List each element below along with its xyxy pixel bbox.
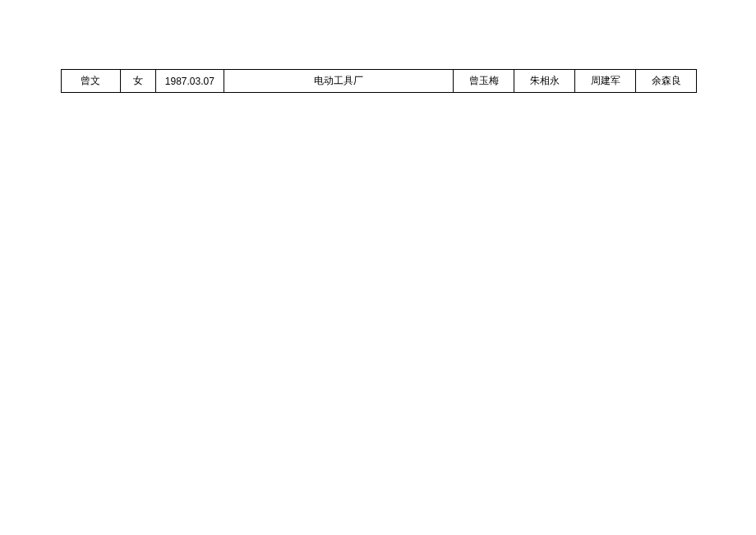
cell-person1: 曾玉梅 bbox=[454, 70, 514, 93]
cell-person4: 余森良 bbox=[636, 70, 697, 93]
data-table-container: 曾文 女 1987.03.07 电动工具厂 曾玉梅 朱相永 周建军 余森良 bbox=[61, 69, 697, 93]
cell-date: 1987.03.07 bbox=[155, 70, 224, 93]
cell-gender: 女 bbox=[120, 70, 155, 93]
cell-name: 曾文 bbox=[62, 70, 121, 93]
table-row: 曾文 女 1987.03.07 电动工具厂 曾玉梅 朱相永 周建军 余森良 bbox=[62, 70, 697, 93]
cell-person3: 周建军 bbox=[575, 70, 636, 93]
data-table: 曾文 女 1987.03.07 电动工具厂 曾玉梅 朱相永 周建军 余森良 bbox=[61, 69, 697, 93]
cell-person2: 朱相永 bbox=[514, 70, 575, 93]
cell-workplace: 电动工具厂 bbox=[224, 70, 454, 93]
